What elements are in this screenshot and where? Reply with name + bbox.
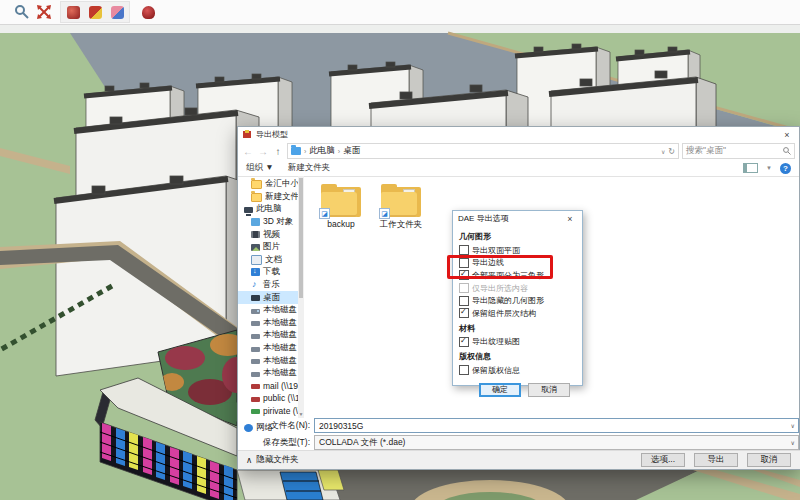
checkbox-icon[interactable] [459,308,469,318]
filetype-value: COLLADA 文件 (*.dae) [319,437,405,449]
section-materials: 材料 [459,323,576,334]
folder-icon [291,147,301,155]
checkbox-icon[interactable] [459,296,469,306]
checkbox-icon[interactable] [459,337,469,347]
filename-value: 20190315G [319,421,363,431]
cancel-button[interactable]: 取消 [747,453,791,467]
filetype-label: 保存类型(T): [238,437,314,449]
sidebar-item-drive-e[interactable]: 本地磁盘 (E:) [238,329,304,342]
zoom-tool-icon[interactable] [12,2,32,22]
checkbox-preserve-component-hierarchies[interactable]: 保留组件层次结构 [459,307,576,320]
folder-icon: ◪ [381,184,421,217]
checkbox-icon [459,283,469,293]
sidebar-item-downloads[interactable]: 下载 [238,266,304,279]
sidebar-item-3d-objects[interactable]: 3D 对象 [238,216,304,229]
folder-item-backup[interactable]: ◪ backup [312,184,370,229]
refresh-icon[interactable]: ↻ [668,147,675,156]
music-icon [251,281,260,290]
filename-input[interactable]: 20190315G ∨ [314,418,799,433]
checkbox-triangulate-all-faces[interactable]: 全部平面分为三角形 [459,269,576,282]
sidebar-item-mail-share[interactable]: mail (\\192.168 [238,380,304,393]
filename-label: 文件名(N): [238,420,314,432]
new-folder-button[interactable]: 新建文件夹 [288,162,331,174]
plugin-tool-3-icon[interactable] [107,2,127,22]
up-icon[interactable]: ↑ [272,146,284,157]
checkbox-icon[interactable] [459,270,469,280]
address-dropdown-icon[interactable]: ∨ [661,148,665,155]
hide-folders-button[interactable]: ∧ 隐藏文件夹 [246,454,299,466]
sidebar-item-pictures[interactable]: 图片 [238,241,304,254]
forward-icon[interactable]: → [257,146,269,157]
folder-item-work[interactable]: ◪ 工作文件夹 [372,184,430,231]
command-bar: 组织 ▼ 新建文件夹 ▼ ? [238,160,799,177]
sidebar-item-public-share[interactable]: public (\\192.1 [238,392,304,405]
section-credits: 版权信息 [459,351,576,362]
sidebar-item-videos[interactable]: 视频 [238,228,304,241]
checkbox-icon[interactable] [459,245,469,255]
sidebar-item-drive-f[interactable]: 本地磁盘 (F:) [238,342,304,355]
search-input[interactable]: 搜索"桌面" [682,143,795,159]
window-titlebar[interactable]: 导出模型 × [238,127,799,142]
screenshot-root: { "app_toolbar": { "icons": ["zoom-tool-… [0,0,800,500]
documents-icon [251,255,262,265]
close-icon[interactable]: × [563,214,577,224]
checkbox-export-hidden-geometry[interactable]: 导出隐藏的几何图形 [459,294,576,307]
plugin-tool-4-icon[interactable] [138,2,158,22]
checkbox-icon[interactable] [459,258,469,268]
sidebar-item-drive-g[interactable]: 本地磁盘 (G:) [238,354,304,367]
filetype-select[interactable]: COLLADA 文件 (*.dae) ∨ [314,435,799,450]
dialog-bottom-bar: ∧ 隐藏文件夹 选项... 导出 取消 [238,450,800,469]
breadcrumb-this-pc[interactable]: 此电脑 [309,145,335,157]
checkbox-export-two-sided-faces[interactable]: 导出双面平面 [459,244,576,257]
sidebar-item-pinned-folder-2[interactable]: 新建文件夹 [238,191,304,204]
folder-icon: ◪ [321,184,361,217]
breadcrumb-desktop[interactable]: 桌面 [343,145,360,157]
dae-dialog-title: DAE 导出选项 [458,213,509,224]
view-options-icon[interactable] [743,163,758,173]
options-button[interactable]: 选项... [641,453,685,467]
folder-label: 工作文件夹 [372,219,430,231]
app-toolbar [0,0,800,25]
sidebar-item-drive-h[interactable]: 本地磁盘 (H:) [238,367,304,380]
cancel-button[interactable]: 取消 [528,383,570,397]
breadcrumb[interactable]: › 此电脑 › 桌面 ∨ ↻ [287,143,679,159]
checkbox-preserve-credits[interactable]: 保留版权信息 [459,364,576,377]
network-drive-red-icon [251,384,260,389]
chevron-down-icon[interactable]: ∨ [791,422,795,429]
sidebar-item-private-share[interactable]: pirivate (\\192. [238,405,304,418]
breadcrumb-separator: › [304,148,306,155]
pan-tool-icon[interactable] [34,2,54,22]
close-icon[interactable]: × [780,130,794,140]
organize-button[interactable]: 组织 ▼ [246,162,274,174]
plugin-tool-2-icon[interactable] [85,2,105,22]
sidebar-item-drive-d[interactable]: 本地磁盘 (D:) [238,317,304,330]
drive-icon [251,372,260,377]
pictures-icon [251,244,260,251]
sidebar-item-drive-c[interactable]: 本地磁盘 (C:) [238,304,304,317]
sidebar-item-this-pc[interactable]: 此电脑 [238,203,304,216]
sidebar-item-documents[interactable]: 文档 [238,254,304,267]
sidebar-item-desktop[interactable]: 桌面 [238,291,304,304]
sidebar-item-music[interactable]: 音乐 [238,279,304,292]
plugin-tool-1-icon[interactable] [63,2,83,22]
view-dropdown-icon[interactable]: ▼ [766,165,772,171]
window-title: 导出模型 [256,129,288,140]
drive-icon [251,334,260,339]
shortcut-badge-icon: ◪ [379,208,390,219]
ok-button[interactable]: 确定 [479,383,521,397]
checkbox-icon[interactable] [459,365,469,375]
section-geometry: 几何图形 [459,231,576,242]
filetype-row: 保存类型(T): COLLADA 文件 (*.dae) ∨ [238,435,800,450]
help-icon[interactable]: ? [780,163,791,174]
checkbox-export-edges[interactable]: 导出边线 [459,257,576,270]
videos-icon [251,231,260,238]
plugin-tool-group [60,1,130,23]
desktop-icon [251,295,260,301]
export-button[interactable]: 导出 [694,453,738,467]
chevron-down-icon[interactable]: ∨ [791,439,795,446]
sidebar-item-pinned-folder-1[interactable]: 金汇中小学效果图∧ [238,178,304,191]
chevron-up-icon: ∧ [246,455,252,465]
back-icon[interactable]: ← [242,146,254,157]
checkbox-export-texture-maps[interactable]: 导出纹理贴图 [459,336,576,349]
dae-dialog-titlebar[interactable]: DAE 导出选项 × [453,211,582,226]
